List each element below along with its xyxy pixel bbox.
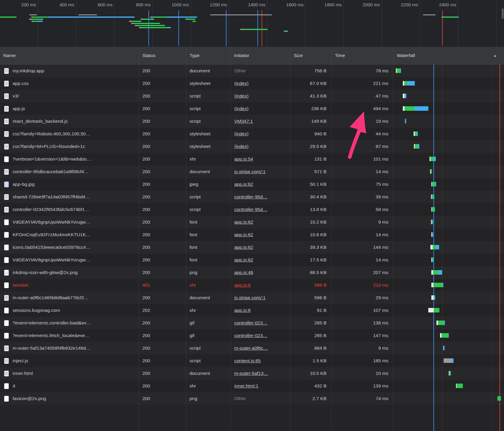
waterfall-bar[interactable] (403, 81, 415, 86)
waterfall-bar[interactable] (431, 207, 435, 212)
initiator-link[interactable]: app.js:46 (234, 270, 253, 275)
name-cell[interactable]: controller-02342f6543fafc5c674bf1… (0, 203, 139, 216)
waterfall-bar[interactable] (414, 131, 418, 136)
table-row[interactable]: KFOmCnqEu92Fr1Mu4mxKKTU1K…200fontapp.js:… (0, 228, 504, 241)
column-header-status[interactable]: Status (139, 47, 186, 64)
initiator-link[interactable]: app.js:62 (234, 219, 253, 225)
name-cell[interactable]: app-bg.jpg (0, 178, 139, 191)
table-row[interactable]: controller-02342f6543fafc5c674bf1…200scr… (0, 203, 504, 216)
waterfall-bar[interactable] (431, 258, 433, 262)
name-cell[interactable]: icons.0ab54153eeeca0ce03978cc4… (0, 241, 139, 254)
initiator-link[interactable]: m-outer-a0f6c… (234, 345, 268, 351)
name-cell[interactable]: sessions.bugsnag.com (0, 304, 139, 317)
initiator-link[interactable]: app.js:62 (234, 232, 253, 237)
initiator-link[interactable]: controller-95d… (234, 194, 267, 200)
sort-direction-icon[interactable]: ▲ (493, 53, 497, 58)
name-cell[interactable]: inject.js (0, 354, 139, 367)
name-cell[interactable]: m-outer-a0f6c1465b8d9aab778cf2… (0, 291, 139, 304)
name-cell[interactable]: KFOmCnqEu92Fr1Mu4mxKKTU1K… (0, 228, 139, 241)
waterfall-bar[interactable] (431, 232, 433, 237)
column-header-waterfall[interactable]: Waterfall▲ (393, 47, 504, 64)
waterfall-bar[interactable] (431, 295, 435, 300)
scrollbar-thumb[interactable] (502, 8, 504, 19)
initiator-link[interactable]: js.stripe.com/:1 (234, 169, 266, 174)
initiator-link[interactable]: app.js:6 (234, 308, 250, 313)
column-header-name[interactable]: Name (0, 47, 139, 64)
initiator-link[interactable]: inner.html:1 (234, 383, 258, 389)
name-cell[interactable]: app.js (0, 102, 139, 115)
initiator-link[interactable]: (index) (234, 131, 248, 137)
table-row[interactable]: inject.js200scriptcontent.js:651.5 KB185… (0, 354, 504, 367)
initiator-link[interactable]: controller-95d… (234, 207, 267, 212)
initiator-link[interactable]: app.js:62 (234, 182, 253, 187)
waterfall-bar[interactable] (431, 270, 442, 275)
table-row[interactable]: app.js200script(index)236 KB494 ms (0, 102, 504, 115)
initiator-link[interactable]: VM347:1 (234, 119, 253, 124)
table-row[interactable]: sessions.bugsnag.com202xhrapp.js:691 B10… (0, 304, 504, 317)
waterfall-bar[interactable] (497, 396, 501, 401)
name-cell[interactable]: session (0, 279, 139, 291)
name-cell[interactable]: shared-726ee9f7a14a03f457ff4bd4… (0, 191, 139, 203)
waterfall-bar[interactable] (440, 333, 449, 338)
initiator-link[interactable]: (index) (234, 81, 248, 86)
table-row[interactable]: m-outer-5af13a74058f4fb832e146d…200scrip… (0, 342, 504, 354)
waterfall-bar[interactable] (428, 308, 439, 312)
table-row[interactable]: icons.0ab54153eeeca0ce03978cc4…200fontap… (0, 241, 504, 254)
table-row[interactable]: VdGEAYIAV6gnpUpoWwNkYvrugw…200fontapp.js… (0, 254, 504, 266)
name-cell[interactable]: favicon@2x.png (0, 392, 139, 405)
waterfall-bar[interactable] (449, 371, 451, 375)
waterfall-bar[interactable] (430, 245, 439, 249)
table-row[interactable]: m-outer-a0f6c1465b8d9aab778cf2…200docume… (0, 291, 504, 304)
waterfall-bar[interactable] (414, 144, 419, 149)
initiator-link[interactable]: (index) (234, 93, 248, 99)
network-overview-timeline[interactable]: 200 ms400 ms600 ms800 ms1000 ms1200 ms14… (0, 0, 504, 47)
table-row[interactable]: 4200xhrinner.html:1432 B139 ms (0, 380, 504, 392)
initiator-link[interactable]: content.js:65 (234, 358, 261, 363)
initiator-link[interactable]: app.js:54 (234, 156, 253, 162)
table-row[interactable]: inkdrop-icon-with-glow@2x.png200pngapp.j… (0, 266, 504, 279)
name-cell[interactable]: my.inkdrop.app (0, 65, 139, 77)
waterfall-bar[interactable] (430, 169, 432, 174)
table-row[interactable]: ?event=elements.controller.load&ev…200gi… (0, 317, 504, 329)
name-cell[interactable]: ?event=elements.fetch_locale&eve… (0, 329, 139, 342)
waterfall-bar[interactable] (403, 94, 406, 98)
waterfall-bar[interactable] (430, 157, 436, 161)
name-cell[interactable]: 4 (0, 380, 139, 392)
waterfall-bar[interactable] (396, 68, 401, 73)
table-row[interactable]: v3/200script(index)41.3 KB47 ms (0, 90, 504, 102)
name-cell[interactable]: controller-95dbcacceba61a9f08cf4… (0, 165, 139, 178)
initiator-link[interactable]: (index) (234, 106, 248, 111)
column-header-type[interactable]: Type (186, 47, 231, 64)
name-cell[interactable]: react_devtools_backend.js (0, 115, 139, 128)
name-cell[interactable]: VdGEAYIAV6gnpUpoWwNkYvrugw… (0, 216, 139, 228)
table-row[interactable]: VdGEAYIAV6gnpUpoWwNkYvrugw…200fontapp.js… (0, 216, 504, 228)
column-header-size[interactable]: Size (290, 47, 332, 64)
table-row[interactable]: ?verbose=1&version=1&lib=web&to…200xhrap… (0, 153, 504, 165)
table-row[interactable]: my.inkdrop.app200documentOther756 B78 ms (0, 65, 504, 77)
name-cell[interactable]: VdGEAYIAV6gnpUpoWwNkYvrugw… (0, 254, 139, 266)
initiator-link[interactable]: controller-023… (234, 333, 267, 338)
initiator-link[interactable]: controller-023… (234, 320, 267, 326)
name-cell[interactable]: ?verbose=1&version=1&lib=web&to… (0, 153, 139, 165)
name-cell[interactable]: ?event=elements.controller.load&ev… (0, 317, 139, 329)
waterfall-bar[interactable] (431, 283, 443, 287)
waterfall-bar[interactable] (431, 194, 434, 199)
name-cell[interactable]: inner.html (0, 367, 139, 380)
table-row[interactable]: controller-95dbcacceba61a9f08cf4…200docu… (0, 165, 504, 178)
waterfall-bar[interactable] (431, 182, 436, 186)
waterfall-bar[interactable] (403, 106, 428, 111)
initiator-link[interactable]: app.js:62 (234, 257, 253, 263)
table-row[interactable]: react_devtools_backend.js200scriptVM347:… (0, 115, 504, 128)
name-cell[interactable]: css?family=Roboto:400,300,100,50… (0, 128, 139, 140)
initiator-link[interactable]: js.stripe.com/:1 (234, 295, 266, 300)
waterfall-bar[interactable] (444, 358, 454, 363)
table-row[interactable]: app.css200stylesheet(index)67.0 KB221 ms (0, 77, 504, 90)
initiator-link[interactable]: (index) (234, 144, 248, 149)
waterfall-bar[interactable] (405, 119, 406, 123)
name-cell[interactable]: app.css (0, 77, 139, 90)
waterfall-bar[interactable] (431, 220, 433, 224)
name-cell[interactable]: css?family=M+PLUS+Rounded+1c (0, 140, 139, 153)
table-row[interactable]: css?family=Roboto:400,300,100,50…200styl… (0, 128, 504, 140)
table-row[interactable]: app-bg.jpg200jpegapp.js:6250.1 KB75 ms (0, 178, 504, 191)
waterfall-bar[interactable] (443, 346, 445, 350)
